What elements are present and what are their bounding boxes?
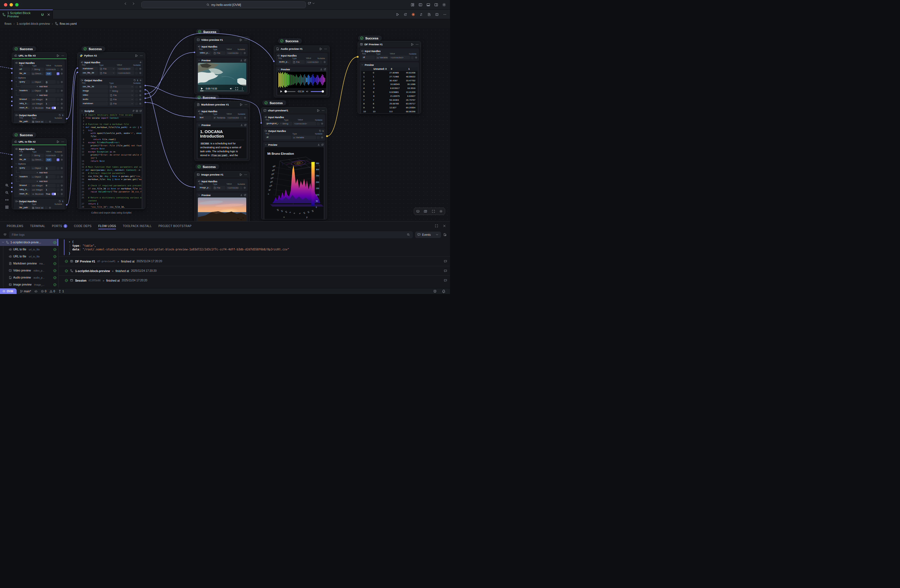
gear-icon[interactable] — [60, 72, 63, 75]
field-value[interactable]: <connected> — [293, 122, 316, 126]
log-tree-item[interactable]: 1-scriptlet-block-previe... — [0, 239, 58, 246]
field-key[interactable]: reset_fil... — [18, 106, 30, 110]
tab-project-bootstrap[interactable]: PROJECT BOOTSTRAP — [158, 222, 192, 230]
table-row[interactable]: 556.62888110.41339 — [361, 90, 417, 94]
gear-icon[interactable] — [243, 186, 246, 189]
log-tree-item[interactable]: Markdown previewma... — [0, 260, 58, 267]
gear-icon[interactable] — [60, 184, 63, 187]
field-key[interactable]: audio — [82, 98, 108, 101]
node-header[interactable]: Python #2 — [78, 53, 145, 59]
field-key[interactable]: query — [18, 166, 30, 170]
gear-icon[interactable] — [60, 193, 63, 195]
field-type[interactable]: Direct... — [31, 72, 44, 75]
field-key[interactable]: file_path — [18, 206, 30, 209]
node-header[interactable]: Video preview #1 — [195, 37, 249, 43]
field-type[interactable]: 123Integer — [31, 102, 44, 105]
code-editor[interactable]: 1# Import necessary module from oocana2f… — [81, 113, 142, 209]
field-value[interactable]: <connected> — [116, 71, 134, 75]
open-external-icon[interactable] — [139, 110, 142, 112]
field-key[interactable]: audio_p... — [278, 60, 291, 64]
node-image-preview-1[interactable]: Image preview #1 Input Handles KeyTypeVa… — [194, 171, 250, 221]
nullable-checkbox[interactable] — [135, 90, 138, 93]
field-type[interactable]: File — [292, 60, 305, 64]
nullable-checkbox[interactable] — [411, 56, 414, 59]
log-tree-item[interactable]: Video previewvideo_p... — [0, 267, 58, 274]
forward-button[interactable] — [132, 2, 135, 5]
node-url-to-file-2[interactable]: URL to file #2 Input Handles KeyTypeValu… — [12, 138, 67, 209]
field-type[interactable]: { }Object — [31, 89, 44, 93]
node-markdown-preview-1[interactable]: Markdown preview #1 Input Handles KeyTyp… — [194, 101, 250, 161]
node-header[interactable]: Audio preview #1 — [274, 46, 329, 52]
video-progress-bar[interactable] — [200, 91, 244, 92]
gear-icon[interactable] — [139, 94, 142, 96]
play-button[interactable] — [200, 87, 203, 90]
comment-icon[interactable] — [444, 260, 447, 263]
toggle-left-panel-button[interactable] — [419, 3, 422, 7]
nullable-checkbox[interactable] — [57, 184, 59, 187]
gear-icon[interactable] — [60, 158, 63, 161]
customize-layout-button[interactable] — [411, 3, 414, 7]
chevron-down-icon[interactable] — [198, 59, 200, 62]
nullable-checkbox[interactable] — [135, 98, 138, 101]
tab-flow-logs[interactable]: FLOW LOGS — [98, 222, 116, 230]
field-type[interactable]: {x}Variable — [292, 136, 316, 139]
breadcrumb-folder[interactable]: 1-scriptlet-block-preview — [17, 22, 50, 25]
gear-icon[interactable] — [139, 102, 142, 105]
download-icon[interactable] — [320, 68, 323, 71]
log-row[interactable]: Sessiond1395b86»finished at2025/11/24 17… — [59, 275, 450, 285]
gear-icon[interactable] — [48, 120, 51, 123]
zoom-out-button[interactable] — [5, 191, 9, 194]
remote-indicator[interactable]: OVM — [0, 289, 17, 294]
field-value[interactable]: {} — [45, 175, 56, 178]
gear-icon[interactable] — [60, 90, 63, 92]
nullable-checkbox[interactable] — [57, 81, 59, 84]
gear-icon[interactable] — [244, 116, 247, 119]
gear-icon[interactable] — [321, 136, 324, 139]
table-row[interactable]: 7753.3430326.79797 — [361, 98, 417, 102]
filter-input-wrap[interactable] — [9, 231, 413, 238]
field-key[interactable]: headers — [18, 175, 30, 178]
back-button[interactable] — [124, 2, 127, 5]
log-row[interactable]: DF Preview #1df-preview#1»finished at202… — [59, 256, 450, 266]
field-value[interactable]: 0 — [45, 98, 56, 101]
field-type[interactable]: Save as — [31, 206, 44, 209]
gear-icon[interactable] — [48, 206, 51, 209]
field-key[interactable]: video — [82, 93, 108, 97]
table-row[interactable]: 0027.8098549.61936 — [361, 71, 417, 75]
chevron-down-icon[interactable] — [361, 64, 364, 66]
breadcrumb-root[interactable]: flows — [5, 22, 12, 25]
table-row[interactable]: 9912.82769.20554 — [361, 106, 417, 110]
nullable-checkbox[interactable] — [57, 167, 59, 170]
field-key[interactable]: file_path — [18, 120, 30, 123]
tab-toolpack-install[interactable]: TOOLPACK INSTALL — [123, 222, 152, 230]
node-menu-button[interactable] — [61, 140, 64, 143]
mascot-icon[interactable] — [433, 290, 437, 293]
node-header[interactable]: Markdown preview #1 — [195, 102, 250, 107]
node-header[interactable]: chart-preview#1 — [261, 107, 327, 113]
node-header[interactable]: DF Preview #1 — [358, 41, 421, 47]
download-icon[interactable] — [241, 124, 243, 126]
gear-icon[interactable] — [139, 72, 142, 74]
field-key[interactable]: query — [18, 80, 30, 84]
field-type[interactable]: { }Object — [31, 80, 44, 84]
node-menu-button[interactable] — [61, 54, 64, 57]
sync-button[interactable] — [419, 12, 423, 16]
field-type[interactable]: File — [213, 51, 225, 55]
node-menu-button[interactable] — [244, 103, 248, 106]
field-type[interactable]: Boolean — [31, 192, 44, 196]
field-key[interactable]: text — [199, 116, 212, 119]
chevron-down-icon[interactable] — [198, 124, 200, 126]
field-key[interactable]: csv_file_3d — [82, 71, 98, 75]
dataframe-table[interactable]: Unnamed: 0010027.8098549.619361127.71966… — [361, 67, 417, 114]
node-menu-button[interactable] — [244, 38, 247, 42]
breadcrumb-file[interactable]: flow.oo.yaml — [55, 22, 77, 25]
add-input-button[interactable] — [139, 61, 142, 64]
seek-slider[interactable] — [284, 91, 295, 92]
node-menu-button[interactable] — [140, 54, 143, 57]
field-type[interactable]: Boolean — [31, 106, 44, 110]
nullable-checkbox[interactable] — [239, 52, 242, 54]
field-type[interactable]: File — [109, 85, 134, 88]
gear-icon[interactable] — [60, 167, 63, 169]
table-row[interactable]: 3316.6654930.1086 — [361, 82, 417, 86]
field-key[interactable]: reset_fil... — [18, 192, 30, 196]
